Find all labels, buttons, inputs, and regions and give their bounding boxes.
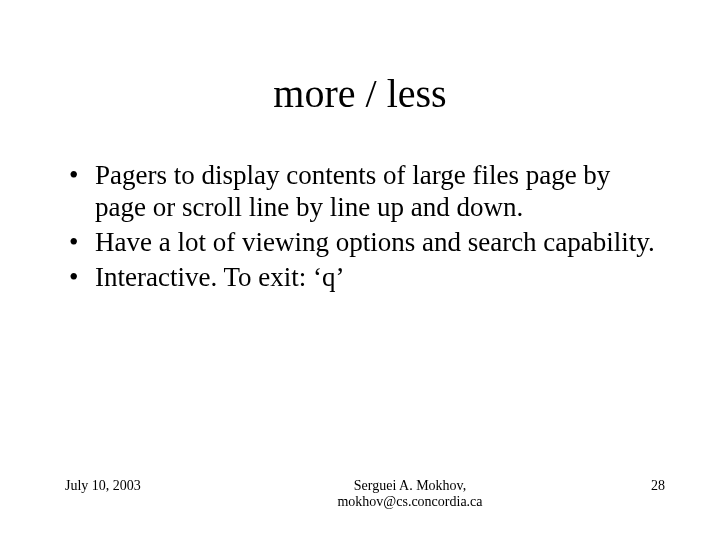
footer-author-line2: mokhov@cs.concordia.ca [337, 494, 482, 509]
footer-author: Serguei A. Mokhov, mokhov@cs.concordia.c… [215, 478, 605, 510]
bullet-text: Pagers to display contents of large file… [95, 160, 610, 222]
bullet-text: Have a lot of viewing options and search… [95, 227, 655, 257]
footer-date: July 10, 2003 [65, 478, 215, 494]
bullet-item: Interactive. To exit: ‘q’ [65, 262, 665, 294]
bullet-item: Pagers to display contents of large file… [65, 160, 665, 224]
slide-footer: July 10, 2003 Serguei A. Mokhov, mokhov@… [65, 478, 665, 510]
slide-body: Pagers to display contents of large file… [65, 160, 665, 296]
footer-page-number: 28 [605, 478, 665, 494]
slide-title: more / less [0, 70, 720, 117]
slide: more / less Pagers to display contents o… [0, 0, 720, 540]
footer-author-line1: Serguei A. Mokhov, [354, 478, 466, 493]
bullet-item: Have a lot of viewing options and search… [65, 227, 665, 259]
bullet-list: Pagers to display contents of large file… [65, 160, 665, 293]
bullet-text: Interactive. To exit: ‘q’ [95, 262, 345, 292]
